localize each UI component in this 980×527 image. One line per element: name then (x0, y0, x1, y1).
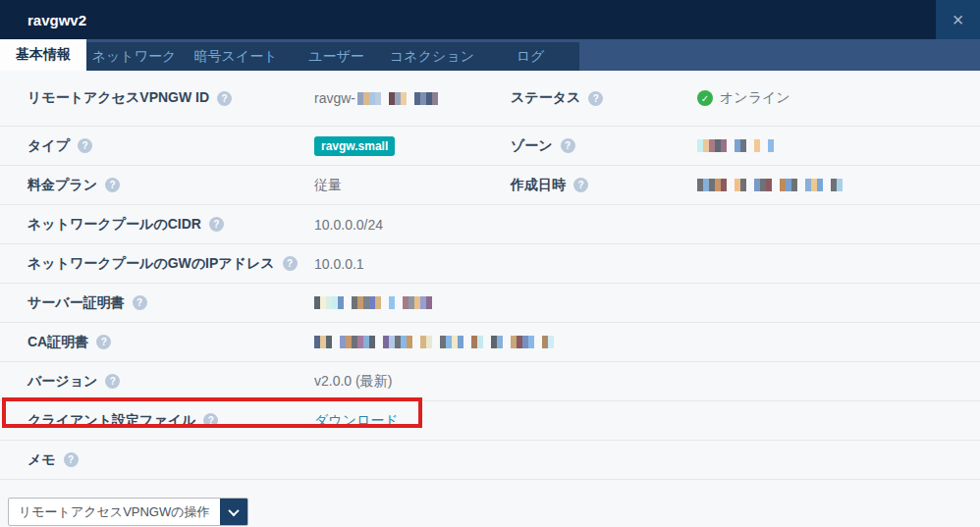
tab-users[interactable]: ユーザー (290, 42, 383, 71)
server-cert-label-group: サーバー証明書 ? (27, 294, 314, 312)
ca-cert-label: CA証明書 (27, 334, 88, 351)
status-text: オンライン (720, 89, 790, 107)
help-icon[interactable]: ? (203, 413, 218, 428)
status-label-group: ステータス ? (511, 89, 697, 107)
help-icon[interactable]: ? (78, 138, 92, 153)
row-version: バージョン ? v2.0.0 (最新) (0, 362, 980, 401)
row-ca-cert: CA証明書 ? (0, 323, 980, 362)
vpngw-id-prefix: ravgw- (314, 90, 355, 106)
plan-value: 従量 (314, 177, 511, 194)
help-icon[interactable]: ? (209, 217, 224, 232)
zone-value (697, 139, 980, 152)
detail-panel: リモートアクセスVPNGW ID ? ravgw- ステータス ? ✓ オンライ… (0, 71, 980, 526)
help-icon[interactable]: ? (573, 178, 588, 192)
zone-label-group: ゾーン ? (511, 137, 697, 155)
memo-label-group: メモ ? (27, 451, 314, 469)
created-label-group: 作成日時 ? (511, 177, 697, 194)
censored-date-mosaic (697, 179, 843, 191)
tab-connections[interactable]: コネクション (383, 42, 481, 71)
vpngw-actions-label: リモートアクセスVPNGWの操作 (9, 499, 220, 525)
tab-cipher-suite[interactable]: 暗号スイート (182, 42, 290, 71)
row-type-zone: タイプ ? ravgw.small ゾーン ? (0, 127, 980, 166)
close-button[interactable]: × (936, 0, 980, 39)
row-plan-created: 料金プラン ? 従量 作成日時 ? (0, 166, 980, 205)
client-config-value: ダウンロード (314, 412, 980, 430)
tab-log[interactable]: ログ (481, 42, 579, 71)
help-icon[interactable]: ? (561, 138, 575, 153)
plan-type-badge: ravgw.small (314, 136, 395, 156)
vpngw-detail-modal: ravgwv2 × 基本情報 ネットワーク 暗号スイート ユーザー コネクション… (0, 0, 980, 527)
tab-network[interactable]: ネットワーク (86, 42, 182, 71)
vpngw-id-label-group: リモートアクセスVPNGW ID ? (27, 89, 314, 107)
row-server-cert: サーバー証明書 ? (0, 284, 980, 323)
censored-zone-mosaic (697, 139, 774, 152)
window-title: ravgwv2 (0, 12, 86, 28)
row-vpngw-id-status: リモートアクセスVPNGW ID ? ravgw- ステータス ? ✓ オンライ… (0, 71, 980, 127)
status-value: ✓ オンライン (697, 89, 980, 107)
cidr-value: 10.0.0.0/24 (314, 217, 980, 233)
client-config-label-group: クライアント設定ファイル ? (27, 412, 314, 430)
status-label: ステータス (511, 89, 580, 107)
vpngw-id-value: ravgw- (314, 90, 511, 106)
plan-label-group: 料金プラン ? (27, 177, 314, 194)
vpngw-id-label: リモートアクセスVPNGW ID (27, 89, 209, 107)
version-value: v2.0.0 (最新) (314, 373, 980, 391)
type-label-group: タイプ ? (27, 137, 314, 155)
help-icon[interactable]: ? (105, 178, 120, 192)
client-config-label: クライアント設定ファイル (27, 412, 195, 430)
memo-label: メモ (27, 451, 56, 469)
gw-ip-label-group: ネットワークプールのGWのIPアドレス ? (27, 255, 314, 273)
gw-ip-value: 10.0.0.1 (314, 256, 980, 272)
tab-bar: 基本情報 ネットワーク 暗号スイート ユーザー コネクション ログ (0, 39, 980, 71)
help-icon[interactable]: ? (283, 256, 298, 271)
gw-ip-label: ネットワークプールのGWのIPアドレス (27, 255, 275, 273)
download-link[interactable]: ダウンロード (314, 412, 399, 430)
server-cert-label: サーバー証明書 (27, 294, 125, 312)
type-label: タイプ (27, 137, 70, 155)
help-icon[interactable]: ? (217, 91, 232, 106)
tab-basic-info[interactable]: 基本情報 (0, 39, 86, 71)
server-cert-value (314, 296, 980, 309)
row-memo: メモ ? (0, 441, 980, 480)
help-icon[interactable]: ? (105, 374, 120, 389)
help-icon[interactable]: ? (64, 452, 79, 467)
help-icon[interactable]: ? (96, 335, 111, 349)
plan-label: 料金プラン (27, 177, 97, 194)
close-icon: × (953, 10, 964, 29)
type-value: ravgw.small (314, 136, 511, 156)
ca-cert-value (314, 336, 980, 348)
vpngw-actions-dropdown[interactable]: リモートアクセスVPNGWの操作 (8, 498, 248, 526)
row-client-config: クライアント設定ファイル ? ダウンロード (0, 401, 980, 441)
version-label: バージョン (27, 373, 97, 391)
version-label-group: バージョン ? (27, 373, 314, 391)
censored-id-mosaic (357, 92, 438, 105)
footer: リモートアクセスVPNGWの操作 (0, 480, 980, 526)
cidr-label-group: ネットワークプールのCIDR ? (27, 216, 314, 234)
row-gw-ip: ネットワークプールのGWのIPアドレス ? 10.0.0.1 (0, 244, 980, 284)
help-icon[interactable]: ? (133, 295, 147, 310)
titlebar: ravgwv2 × (0, 0, 980, 39)
row-cidr: ネットワークプールのCIDR ? 10.0.0.0/24 (0, 205, 980, 244)
cidr-label: ネットワークプールのCIDR (27, 216, 201, 234)
zone-label: ゾーン (511, 137, 553, 155)
censored-server-cert-mosaic (314, 296, 432, 309)
help-icon[interactable]: ? (588, 91, 603, 106)
created-label: 作成日時 (511, 177, 566, 194)
ca-cert-label-group: CA証明書 ? (27, 334, 314, 351)
check-circle-icon: ✓ (697, 90, 713, 106)
created-value (697, 179, 980, 191)
chevron-down-icon (220, 499, 247, 525)
censored-ca-cert-mosaic (314, 336, 554, 348)
